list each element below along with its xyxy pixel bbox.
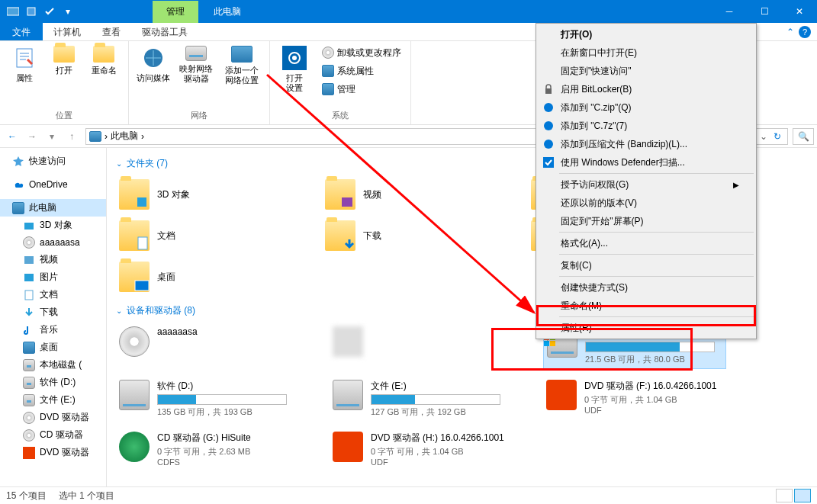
ctx-pin-quick[interactable]: 固定到"快速访问": [538, 62, 754, 80]
drive-item[interactable]: CD 驱动器 (G:) HiSuite0 字节 可用，共 2.63 MBCDFS: [116, 429, 299, 470]
sidebar-item[interactable]: 软件 (D:): [0, 374, 106, 391]
open-settings-button[interactable]: 打开 设置: [276, 44, 313, 95]
system-properties-button[interactable]: 系统属性: [319, 63, 404, 79]
drive-subtitle: 21.5 GB 可用，共 80.0 GB: [585, 354, 722, 365]
sidebar-quick-access[interactable]: 快速访问: [0, 152, 106, 170]
svg-point-22: [544, 121, 553, 130]
drive-item[interactable]: [330, 323, 513, 369]
group-label: 系统: [332, 110, 349, 123]
drive-item[interactable]: 软件 (D:)135 GB 可用，共 193 GB: [116, 377, 299, 421]
drive-filesystem: CDFS: [157, 457, 296, 467]
manage-contextual-tab[interactable]: 管理: [153, 1, 198, 23]
forward-button[interactable]: →: [23, 127, 41, 146]
map-drive-button[interactable]: 映射网络 驱动器: [175, 44, 217, 85]
drive-subtitle: 127 GB 可用，共 192 GB: [371, 406, 510, 418]
svg-rect-0: [7, 8, 19, 15]
drive-name: DVD 驱动器 (F:) 16.0.4266.1001: [584, 380, 723, 393]
access-media-button[interactable]: 访问媒体: [135, 44, 172, 85]
sidebar-item[interactable]: 3D 对象: [0, 217, 106, 234]
sidebar-onedrive[interactable]: OneDrive: [0, 176, 106, 193]
ctx-add-c7z[interactable]: 添加到 "C.7z"(7): [538, 117, 754, 135]
sidebar-item[interactable]: DVD 驱动器: [0, 409, 106, 426]
close-button[interactable]: ✕: [782, 0, 817, 23]
svg-rect-2: [17, 49, 32, 67]
sidebar-item[interactable]: aaaaaasa: [0, 234, 106, 251]
collapse-ribbon-icon[interactable]: ⌃: [786, 27, 794, 37]
tab-computer[interactable]: 计算机: [43, 23, 92, 40]
ctx-restore-versions[interactable]: 还原以前的版本(V): [538, 194, 754, 212]
qat-dropdown[interactable]: ▾: [60, 3, 76, 20]
drive-item[interactable]: 文件 (E:)127 GB 可用，共 192 GB: [330, 377, 513, 421]
sidebar-item[interactable]: 图片: [0, 268, 106, 286]
sidebar-item[interactable]: 桌面: [0, 339, 106, 356]
ctx-properties[interactable]: 属性(R): [538, 319, 754, 337]
back-button[interactable]: ←: [3, 127, 21, 146]
sidebar-item[interactable]: 文档: [0, 286, 106, 303]
svg-rect-14: [138, 237, 147, 249]
qat-item[interactable]: [23, 3, 40, 20]
drive-item[interactable]: DVD 驱动器 (F:) 16.0.4266.10010 字节 可用，共 1.0…: [543, 377, 726, 421]
breadcrumb-item[interactable]: 此电脑: [111, 130, 138, 143]
ctx-pin-start[interactable]: 固定到"开始"屏幕(P): [538, 212, 754, 230]
sidebar-item[interactable]: 音乐: [0, 321, 106, 339]
window-title: 此电脑: [198, 5, 256, 18]
minimize-button[interactable]: ─: [712, 0, 747, 23]
address-dropdown-icon[interactable]: ⌄: [760, 131, 767, 142]
chevron-down-icon: ⌄: [116, 307, 122, 315]
ctx-defender[interactable]: 使用 Windows Defender扫描...: [538, 153, 754, 172]
drive-item[interactable]: aaaaaasa: [116, 323, 299, 369]
manage-button[interactable]: 管理: [319, 81, 404, 98]
context-menu: 打开(O) 在新窗口中打开(E) 固定到"快速访问" 启用 BitLocker(…: [536, 23, 757, 339]
drive-item[interactable]: DVD 驱动器 (H:) 16.0.4266.10010 字节 可用，共 1.0…: [330, 429, 513, 470]
sidebar-item[interactable]: 文件 (E:): [0, 391, 106, 409]
sidebar-item[interactable]: 本地磁盘 (: [0, 356, 106, 374]
ctx-create-shortcut[interactable]: 创建快捷方式(S): [538, 278, 754, 297]
folder-videos[interactable]: 视频: [322, 176, 497, 213]
ctx-format[interactable]: 格式化(A)...: [538, 234, 754, 252]
refresh-icon[interactable]: ↻: [770, 131, 784, 142]
drive-subtitle: 0 字节 可用，共 1.04 GB: [584, 394, 723, 406]
ctx-add-czip[interactable]: 添加到 "C.zip"(Q): [538, 98, 754, 117]
tab-file[interactable]: 文件: [0, 23, 43, 40]
sidebar-item[interactable]: 下载: [0, 303, 106, 321]
folder-3d[interactable]: 3D 对象: [116, 176, 291, 213]
drive-name: 软件 (D:): [157, 380, 296, 393]
help-icon[interactable]: ?: [799, 26, 811, 38]
submenu-arrow-icon: ▶: [733, 181, 739, 189]
uninstall-programs-button[interactable]: 卸载或更改程序: [319, 44, 404, 61]
tab-view[interactable]: 查看: [92, 23, 131, 40]
recent-dropdown[interactable]: ▾: [43, 127, 61, 146]
search-button[interactable]: 🔍: [793, 128, 814, 145]
sidebar-item[interactable]: 视频: [0, 251, 106, 268]
svg-rect-19: [550, 341, 555, 346]
ctx-rename[interactable]: 重命名(M): [538, 297, 754, 315]
ctx-bandizip[interactable]: 添加到压缩文件 (Bandizip)(L)...: [538, 135, 754, 153]
item-count: 15 个项目: [6, 490, 47, 502]
properties-button[interactable]: 属性: [6, 44, 43, 85]
open-button[interactable]: 打开: [46, 44, 82, 77]
chevron-down-icon: ⌄: [116, 159, 122, 168]
folder-desktop[interactable]: 桌面: [116, 258, 291, 295]
tab-drivetools[interactable]: 驱动器工具: [131, 23, 198, 40]
folder-documents[interactable]: 文档: [116, 217, 291, 254]
add-network-location-button[interactable]: 添加一个 网络位置: [220, 44, 263, 87]
drive-filesystem: UDF: [371, 457, 510, 467]
ctx-open[interactable]: 打开(O): [538, 25, 754, 43]
drive-name: aaaaaasa: [157, 326, 296, 337]
sidebar-item[interactable]: DVD 驱动器: [0, 444, 106, 461]
ctx-open-new-window[interactable]: 在新窗口中打开(E): [538, 43, 754, 62]
rename-button[interactable]: 重命名: [85, 44, 122, 77]
view-details-button[interactable]: [776, 489, 793, 502]
up-button[interactable]: ↑: [63, 127, 81, 146]
maximize-button[interactable]: ☐: [747, 0, 782, 23]
qat-checkbox[interactable]: [41, 3, 58, 20]
drive-name: DVD 驱动器 (H:) 16.0.4266.1001: [371, 432, 510, 445]
folder-downloads[interactable]: 下载: [322, 217, 497, 254]
view-tiles-button[interactable]: [794, 489, 811, 502]
sidebar-item[interactable]: CD 驱动器: [0, 426, 106, 444]
ctx-grant-access[interactable]: 授予访问权限(G)▶: [538, 175, 754, 194]
ctx-bitlocker[interactable]: 启用 BitLocker(B): [538, 80, 754, 98]
sidebar-this-pc[interactable]: 此电脑: [0, 199, 106, 217]
svg-rect-12: [342, 197, 352, 207]
ctx-copy[interactable]: 复制(C): [538, 256, 754, 274]
